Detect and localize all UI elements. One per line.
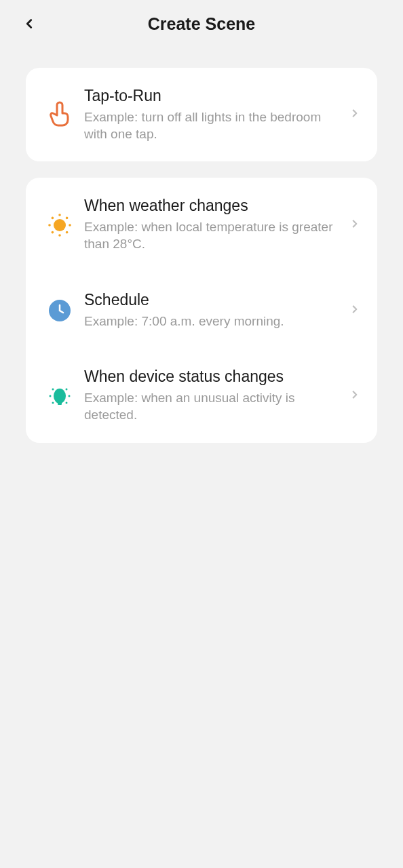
svg-point-5 bbox=[52, 216, 54, 219]
svg-point-14 bbox=[52, 388, 54, 390]
option-text: When weather changes Example: when local… bbox=[80, 197, 349, 252]
option-text: Schedule Example: 7:00 a.m. every mornin… bbox=[80, 291, 349, 330]
sun-icon bbox=[39, 212, 80, 239]
option-title: Schedule bbox=[84, 291, 342, 309]
svg-point-8 bbox=[66, 231, 69, 233]
svg-point-16 bbox=[52, 401, 54, 403]
bulb-icon bbox=[39, 382, 80, 410]
chevron-right-icon bbox=[349, 218, 361, 233]
option-title: When device status changes bbox=[84, 368, 342, 386]
clock-icon bbox=[39, 300, 80, 321]
option-example: Example: 7:00 a.m. every morning. bbox=[84, 313, 342, 330]
svg-point-7 bbox=[52, 231, 54, 233]
svg-point-2 bbox=[58, 234, 61, 237]
svg-point-13 bbox=[69, 395, 71, 397]
option-weather[interactable]: When weather changes Example: when local… bbox=[26, 178, 377, 271]
svg-point-6 bbox=[66, 216, 69, 219]
content: Tap-to-Run Example: turn off all lights … bbox=[0, 47, 403, 443]
svg-point-17 bbox=[66, 401, 68, 403]
chevron-right-icon bbox=[349, 389, 361, 403]
page-title: Create Scene bbox=[22, 14, 381, 34]
svg-point-10 bbox=[54, 389, 66, 403]
option-text: When device status changes Example: when… bbox=[80, 368, 349, 423]
option-example: Example: turn off all lights in the bedr… bbox=[84, 109, 342, 142]
chevron-left-icon bbox=[22, 16, 37, 31]
svg-point-4 bbox=[69, 224, 71, 226]
option-title: When weather changes bbox=[84, 197, 342, 215]
svg-rect-11 bbox=[58, 402, 62, 405]
option-example: Example: when local temperature is great… bbox=[84, 219, 342, 252]
svg-point-15 bbox=[66, 388, 68, 390]
option-schedule[interactable]: Schedule Example: 7:00 a.m. every mornin… bbox=[26, 272, 377, 349]
option-example: Example: when an unusual activity is det… bbox=[84, 390, 342, 423]
tap-icon bbox=[39, 101, 80, 128]
back-button[interactable] bbox=[22, 16, 37, 31]
option-title: Tap-to-Run bbox=[84, 87, 342, 105]
svg-point-3 bbox=[48, 224, 51, 226]
chevron-right-icon bbox=[349, 303, 361, 318]
svg-point-1 bbox=[58, 214, 61, 216]
chevron-right-icon bbox=[349, 107, 361, 122]
card-automation: When weather changes Example: when local… bbox=[26, 178, 377, 442]
card-tap-to-run: Tap-to-Run Example: turn off all lights … bbox=[26, 68, 377, 161]
svg-point-12 bbox=[50, 395, 52, 397]
option-device-status[interactable]: When device status changes Example: when… bbox=[26, 349, 377, 442]
svg-point-0 bbox=[54, 219, 66, 231]
option-tap-to-run[interactable]: Tap-to-Run Example: turn off all lights … bbox=[26, 68, 377, 161]
option-text: Tap-to-Run Example: turn off all lights … bbox=[80, 87, 349, 142]
header: Create Scene bbox=[0, 0, 403, 47]
